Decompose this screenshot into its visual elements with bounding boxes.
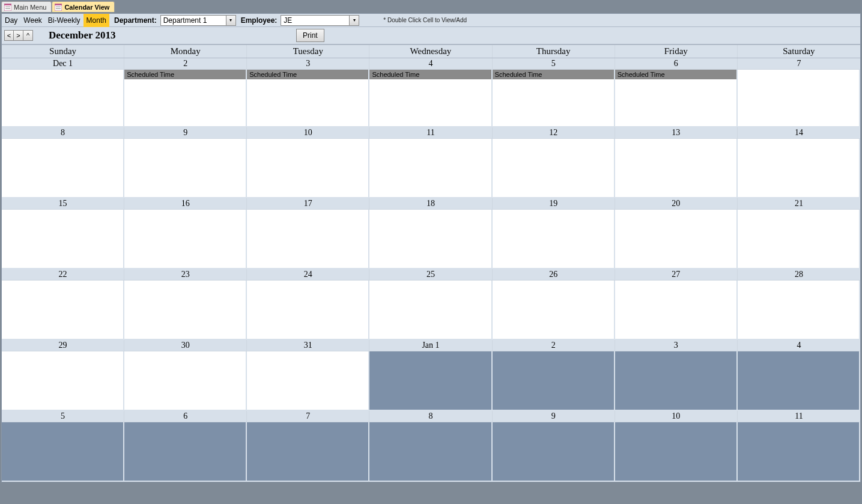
calendar-cell[interactable] — [247, 351, 369, 411]
employee-input[interactable] — [281, 15, 350, 26]
date-cell: 4 — [738, 340, 860, 351]
calendar-cell[interactable] — [615, 351, 738, 411]
calendar-cell[interactable] — [615, 281, 738, 340]
date-cell: Jan 1 — [369, 340, 492, 351]
svg-rect-3 — [5, 8, 10, 9]
calendar-cell[interactable]: Scheduled Time — [615, 70, 738, 127]
calendar: SundayMondayTuesdayWednesdayThursdayFrid… — [2, 44, 860, 482]
body-row — [2, 351, 860, 411]
calendar-cell[interactable] — [369, 210, 492, 269]
calendar-cell[interactable] — [2, 422, 124, 482]
next-button[interactable]: > — [14, 30, 23, 41]
calendar-cell[interactable] — [247, 139, 369, 198]
calendar-cell[interactable] — [2, 70, 124, 127]
date-cell: 24 — [247, 269, 369, 280]
event-bar[interactable]: Scheduled Time — [247, 70, 368, 79]
calendar-cell[interactable] — [2, 210, 124, 269]
tab-calendar-view[interactable]: Calendar View — [52, 1, 115, 12]
date-cell: 20 — [615, 198, 738, 209]
department-select[interactable]: ▾ — [160, 15, 236, 26]
date-cell: 26 — [493, 269, 615, 280]
date-cell: 21 — [738, 198, 860, 209]
calendar-cell[interactable] — [369, 139, 492, 198]
date-cell: 22 — [2, 269, 124, 280]
view-week-button[interactable]: Week — [20, 14, 44, 27]
calendar-cell[interactable] — [738, 210, 860, 269]
chevron-down-icon[interactable]: ▾ — [226, 15, 236, 26]
calendar-cell[interactable] — [247, 422, 369, 482]
view-biweekly-button[interactable]: Bi-Weekly — [45, 14, 83, 27]
calendar-cell[interactable] — [124, 281, 247, 340]
body-row — [2, 422, 860, 482]
calendar-cell[interactable] — [615, 210, 738, 269]
date-cell: 28 — [738, 269, 860, 280]
calendar-cell[interactable] — [369, 281, 492, 340]
print-button[interactable]: Print — [296, 29, 324, 42]
hint-text: * Double Click Cell to View/Add — [383, 17, 467, 23]
date-row: 891011121314 — [2, 127, 860, 139]
date-cell: 3 — [247, 58, 369, 69]
calendar-cell[interactable] — [124, 422, 247, 482]
date-cell: 15 — [2, 198, 124, 209]
date-cell: 8 — [369, 411, 492, 422]
calendar-cell[interactable] — [738, 422, 860, 482]
day-header: Monday — [124, 45, 247, 58]
calendar-cell[interactable] — [615, 422, 738, 482]
calendar-cell[interactable] — [493, 210, 615, 269]
chevron-down-icon[interactable]: ▾ — [350, 15, 359, 26]
body-row — [2, 139, 860, 198]
calendar-cell[interactable] — [2, 281, 124, 340]
event-bar[interactable]: Scheduled Time — [124, 70, 246, 79]
event-bar[interactable]: Scheduled Time — [369, 70, 491, 79]
date-cell: 9 — [124, 127, 247, 138]
calendar-cell[interactable] — [2, 351, 124, 411]
date-cell: 2 — [124, 58, 247, 69]
calendar-cell[interactable]: Scheduled Time — [247, 70, 369, 127]
calendar-cell[interactable]: Scheduled Time — [493, 70, 615, 127]
calendar-cell[interactable] — [124, 351, 247, 411]
calendar-cell[interactable] — [493, 422, 615, 482]
view-month-button[interactable]: Month — [83, 14, 109, 27]
calendar-cell[interactable] — [615, 139, 738, 198]
date-cell: 19 — [493, 198, 615, 209]
month-title: December 2013 — [49, 29, 116, 41]
tab-main-menu[interactable]: Main Menu — [1, 1, 52, 12]
date-cell: 9 — [493, 411, 615, 422]
event-bar[interactable]: Scheduled Time — [493, 70, 614, 79]
up-button[interactable]: ^ — [23, 30, 33, 41]
calendar-cell[interactable] — [124, 210, 247, 269]
date-cell: 2 — [493, 340, 615, 351]
calendar-cell[interactable] — [247, 281, 369, 340]
date-row: 22232425262728 — [2, 269, 860, 281]
calendar-cell[interactable] — [738, 139, 860, 198]
calendar-cell[interactable] — [738, 281, 860, 340]
date-cell: 11 — [369, 127, 492, 138]
view-day-button[interactable]: Day — [2, 14, 20, 27]
calendar-cell[interactable] — [738, 351, 860, 411]
calendar-cell[interactable] — [738, 70, 860, 127]
day-header: Wednesday — [369, 45, 492, 58]
calendar-cell[interactable] — [124, 139, 247, 198]
event-bar[interactable]: Scheduled Time — [615, 70, 736, 79]
department-input[interactable] — [160, 15, 226, 26]
calendar-cell[interactable] — [2, 139, 124, 198]
day-header: Saturday — [738, 45, 860, 58]
calendar-cell[interactable] — [493, 351, 615, 411]
calendar-cell[interactable] — [493, 281, 615, 340]
calendar-cell[interactable] — [493, 139, 615, 198]
date-cell: 8 — [2, 127, 124, 138]
calendar-cell[interactable] — [369, 422, 492, 482]
date-cell: 4 — [369, 58, 492, 69]
date-cell: 23 — [124, 269, 247, 280]
calendar-cell[interactable] — [369, 351, 492, 411]
calendar-cell[interactable]: Scheduled Time — [124, 70, 247, 127]
date-cell: 13 — [615, 127, 738, 138]
calendar-cell[interactable] — [247, 210, 369, 269]
date-cell: 3 — [615, 340, 738, 351]
date-cell: 31 — [247, 340, 369, 351]
calendar-cell[interactable]: Scheduled Time — [369, 70, 492, 127]
day-header: Friday — [615, 45, 738, 58]
date-cell: 10 — [247, 127, 369, 138]
prev-button[interactable]: < — [4, 30, 14, 41]
employee-select[interactable]: ▾ — [281, 15, 359, 26]
